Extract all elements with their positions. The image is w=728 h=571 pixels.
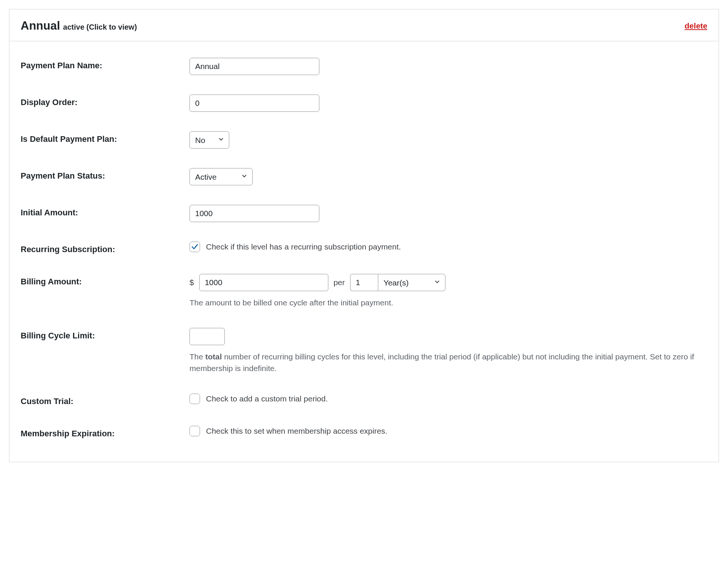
display-order-input[interactable] (190, 95, 319, 112)
label-custom-trial: Custom Trial: (21, 394, 190, 406)
row-custom-trial: Custom Trial: Check to add a custom tria… (21, 384, 707, 416)
billing-count-input[interactable] (350, 274, 378, 291)
panel-header[interactable]: Annual active (Click to view) delete (9, 9, 719, 41)
currency-symbol: $ (190, 278, 196, 287)
plan-name-input[interactable] (190, 58, 319, 75)
label-initial-amount: Initial Amount: (21, 205, 190, 218)
label-plan-name: Payment Plan Name: (21, 58, 190, 71)
row-initial-amount: Initial Amount: (21, 195, 707, 232)
label-expiration: Membership Expiration: (21, 426, 190, 439)
check-icon (191, 243, 199, 251)
custom-trial-checkbox-label: Check to add a custom trial period. (206, 394, 328, 403)
row-status: Payment Plan Status: Active (21, 158, 707, 195)
payment-plan-panel: Annual active (Click to view) delete Pay… (9, 9, 719, 462)
panel-title: Annual (21, 19, 60, 33)
row-expiration: Membership Expiration: Check this to set… (21, 416, 707, 448)
cycle-limit-input[interactable] (190, 328, 225, 345)
billing-unit-select[interactable]: Year(s) (378, 274, 445, 291)
panel-body: Payment Plan Name: Display Order: Is Def… (9, 41, 719, 462)
label-is-default: Is Default Payment Plan: (21, 131, 190, 144)
per-label: per (332, 278, 346, 287)
billing-amount-help: The amount to be billed one cycle after … (190, 297, 707, 308)
custom-trial-checkbox[interactable] (190, 394, 200, 404)
expiration-checkbox-label: Check this to set when membership access… (206, 427, 387, 436)
billing-amount-input[interactable] (199, 274, 328, 291)
recurring-checkbox[interactable] (190, 242, 200, 252)
status-select[interactable]: Active (190, 168, 253, 185)
label-status: Payment Plan Status: (21, 168, 190, 181)
expiration-checkbox[interactable] (190, 426, 200, 436)
delete-link[interactable]: delete (684, 21, 707, 30)
label-cycle-limit: Billing Cycle Limit: (21, 328, 190, 341)
label-display-order: Display Order: (21, 95, 190, 107)
panel-subtitle: active (Click to view) (63, 23, 137, 32)
row-cycle-limit: Billing Cycle Limit: The total number of… (21, 318, 707, 384)
row-plan-name: Payment Plan Name: (21, 48, 707, 85)
row-billing-amount: Billing Amount: $ per Year(s) (21, 264, 707, 318)
row-recurring: Recurring Subscription: Check if this le… (21, 232, 707, 264)
is-default-select[interactable]: No (190, 131, 229, 149)
cycle-limit-help: The total number of recurring billing cy… (190, 351, 707, 374)
row-is-default: Is Default Payment Plan: No (21, 122, 707, 158)
panel-title-group: Annual active (Click to view) (21, 19, 137, 33)
label-recurring: Recurring Subscription: (21, 242, 190, 254)
initial-amount-input[interactable] (190, 205, 319, 222)
row-display-order: Display Order: (21, 85, 707, 122)
recurring-checkbox-label: Check if this level has a recurring subs… (206, 242, 401, 251)
label-billing-amount: Billing Amount: (21, 274, 190, 287)
